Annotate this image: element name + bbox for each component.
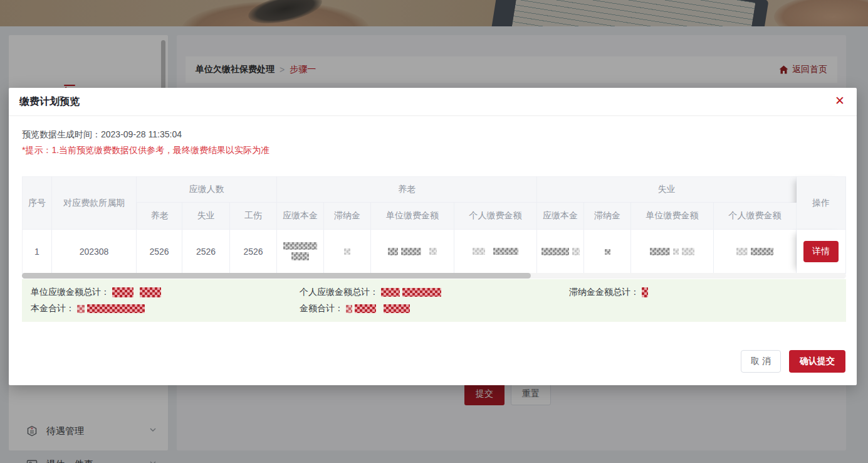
col-header-pension-latefee: 滞纳金 [324, 203, 371, 230]
col-header-pension-personal-amount: 个人缴费金额 [454, 203, 537, 230]
cell-headcount-injury: 2526 [230, 230, 277, 274]
cancel-button[interactable]: 取 消 [741, 350, 781, 373]
col-header-pension-unit-amount: 单位缴费金额 [371, 203, 454, 230]
col-header-seq: 序号 [22, 176, 52, 230]
redacted-value [402, 288, 441, 297]
summary-latefee-total-label: 滞纳金金额总计： [569, 287, 639, 298]
cell-unemp-latefee [584, 230, 631, 274]
redacted-value [572, 248, 580, 255]
col-header-action: 操作 [797, 176, 846, 230]
modal-header: 缴费计划预览 ✕ [9, 88, 857, 116]
col-header-unemp-unit-amount: 单位缴费金额 [631, 203, 714, 230]
summary-amount-total-label: 金额合计： [300, 303, 343, 314]
redacted-value [140, 287, 161, 297]
redacted-value [473, 248, 485, 255]
redacted-value [381, 288, 400, 297]
col-group-pension: 养老 [277, 176, 537, 203]
redacted-value [384, 304, 410, 313]
cell-unemp-personal-amount [714, 230, 797, 274]
col-header-headcount-injury: 工伤 [230, 203, 277, 230]
summary-col-latefee: 滞纳金金额总计： [569, 285, 648, 302]
col-header-unemp-personal-amount: 个人缴费金额 [714, 203, 797, 230]
redacted-value [493, 248, 518, 255]
col-header-period: 对应费款所属期 [52, 176, 137, 230]
col-header-unemp-principal: 应缴本金 [537, 203, 584, 230]
cell-unemp-unit-amount [631, 230, 714, 274]
summary-principal-total: 本金合计： [31, 302, 161, 316]
redacted-value [388, 248, 398, 255]
cell-pension-unit-amount [371, 230, 454, 274]
redacted-value [650, 248, 670, 255]
summary-col-personal: 个人应缴金额总计： 金额合计： [300, 285, 441, 318]
summary-latefee-total: 滞纳金金额总计： [569, 285, 648, 299]
summary-personal-total-label: 个人应缴金额总计： [300, 287, 379, 298]
table-horizontal-scrollbar-thumb[interactable] [22, 273, 531, 279]
summary-unit-total: 单位应缴金额总计： [31, 285, 161, 299]
notice-text: *提示：1.当前预览缴费数据仅供参考，最终缴费结果以实际为准 [22, 145, 269, 156]
close-icon[interactable]: ✕ [835, 95, 845, 107]
payment-plan-preview-modal: 缴费计划预览 ✕ 预览数据生成时间：2023-09-28 11:35:04 *提… [9, 88, 857, 385]
redacted-value [291, 252, 309, 260]
summary-principal-total-label: 本金合计： [31, 303, 75, 314]
redacted-value [112, 287, 133, 297]
redacted-value [346, 305, 352, 313]
redacted-value [673, 248, 679, 255]
preview-generated-time: 预览数据生成时间：2023-09-28 11:35:04 [22, 129, 182, 141]
cell-pension-latefee [324, 230, 371, 274]
col-header-pension-principal: 应缴本金 [277, 203, 324, 230]
redacted-value [87, 304, 145, 313]
generated-time-label: 预览数据生成时间： [22, 129, 101, 139]
summary-unit-total-label: 单位应缴金额总计： [31, 287, 110, 298]
modal-title: 缴费计划预览 [19, 95, 80, 109]
redacted-value [605, 249, 610, 255]
redacted-value [401, 248, 421, 255]
cell-headcount-unemployment: 2526 [182, 230, 230, 274]
cell-action: 详情 [797, 230, 846, 274]
payment-plan-table: 序号 对应费款所属期 应缴人数 养老 失业 操作 养老 失业 工伤 应缴本金 滞… [22, 176, 846, 274]
redacted-value [283, 242, 317, 250]
redacted-value [429, 248, 437, 255]
confirm-submit-button[interactable]: 确认提交 [789, 350, 845, 373]
col-header-headcount-pension: 养老 [137, 203, 182, 230]
redacted-value [751, 248, 773, 255]
col-header-unemp-latefee: 滞纳金 [584, 203, 631, 230]
table-row: 1 202308 2526 2526 2526 [22, 230, 846, 274]
redacted-value [642, 287, 648, 297]
summary-col-unit: 单位应缴金额总计： 本金合计： [31, 285, 161, 318]
redacted-value [682, 248, 694, 255]
redacted-value [344, 248, 350, 255]
col-group-unemployment: 失业 [537, 176, 797, 203]
redacted-value [355, 304, 376, 313]
cell-period: 202308 [52, 230, 137, 274]
cell-pension-principal [277, 230, 324, 274]
cell-unemp-principal [537, 230, 584, 274]
redacted-value [77, 305, 85, 313]
cell-pension-personal-amount [454, 230, 537, 274]
generated-time-value: 2023-09-28 11:35:04 [101, 129, 182, 139]
cell-seq: 1 [22, 230, 52, 274]
table-horizontal-scrollbar-track [22, 273, 846, 279]
detail-button[interactable]: 详情 [803, 241, 839, 262]
cell-headcount-pension: 2526 [137, 230, 182, 274]
redacted-value [736, 248, 748, 255]
redacted-value [541, 248, 569, 255]
summary-amount-total: 金额合计： [300, 302, 441, 316]
col-group-headcount: 应缴人数 [137, 176, 277, 203]
summary-panel: 单位应缴金额总计： 本金合计： 个人应缴金额总计： 金额合计： [22, 279, 846, 322]
summary-personal-total: 个人应缴金额总计： [300, 285, 441, 299]
col-header-headcount-unemployment: 失业 [182, 203, 230, 230]
screen: 单位信息登记与维护 ✳ 待遇管理 [0, 0, 868, 463]
